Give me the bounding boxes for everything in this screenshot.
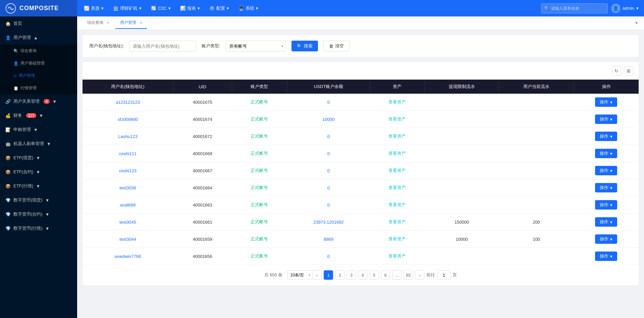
cell-username-6[interactable]: andi689 (83, 196, 173, 214)
username-link-8[interactable]: test3044 (119, 237, 136, 242)
sidebar-item-user-basic[interactable]: 👤 用户基础管理 (0, 57, 77, 70)
nav-search-input[interactable] (551, 6, 605, 11)
cell-assets-2[interactable]: 查看资产 (370, 128, 425, 145)
page-btn-3[interactable]: 3 (346, 270, 356, 280)
nav-item-system[interactable]: 🖥️ 系统 ▾ (234, 3, 262, 13)
cell-usdt-6[interactable]: 0 (287, 196, 370, 214)
cell-usdt-0[interactable]: 0 (287, 94, 370, 111)
cell-usdt-1[interactable]: 10000 (287, 111, 370, 128)
usdt-value-8[interactable]: 8869 (324, 237, 333, 242)
cell-action-2[interactable]: 操作 ▾ (574, 128, 639, 145)
cell-usdt-2[interactable]: 0 (287, 128, 370, 145)
username-link-3[interactable]: ceshi111 (119, 151, 137, 156)
assets-link-5[interactable]: 查看资产 (388, 185, 406, 190)
sidebar-item-purchase[interactable]: 📝 申购管理 ▼ (0, 123, 77, 137)
nav-item-mining[interactable]: 🏦 理财矿机 ▾ (109, 3, 146, 13)
usdt-value-3[interactable]: 0 (327, 151, 330, 156)
cell-action-9[interactable]: 操作 ▾ (574, 248, 639, 265)
tab-comprehensive-close[interactable]: ✕ (107, 21, 109, 25)
action-button-4[interactable]: 操作 ▾ (595, 166, 617, 175)
username-filter-input[interactable] (129, 41, 196, 51)
per-page-select[interactable]: 10条/页 20条/页 50条/页 100条/页 (287, 270, 313, 280)
cell-assets-3[interactable]: 查看资产 (370, 145, 425, 162)
cell-action-7[interactable]: 操作 ▾ (574, 214, 639, 231)
sidebar-group-user-header[interactable]: 👤 用户管理 ▲ (0, 31, 77, 45)
sidebar-item-etf-spot[interactable]: 📦 ETF(现货) ▼ (0, 151, 77, 165)
cell-action-5[interactable]: 操作 ▾ (574, 179, 639, 196)
cell-assets-4[interactable]: 查看资产 (370, 162, 425, 179)
cell-assets-5[interactable]: 查看资产 (370, 179, 425, 196)
action-button-3[interactable]: 操作 ▾ (595, 149, 617, 158)
usdt-value-2[interactable]: 0 (327, 134, 330, 139)
cell-action-8[interactable]: 操作 ▾ (574, 231, 639, 248)
nav-item-stocks[interactable]: 📈 美股 ▾ (80, 3, 108, 13)
cell-assets-8[interactable]: 查看资产 (370, 231, 425, 248)
cell-action-0[interactable]: 操作 ▾ (574, 94, 639, 111)
action-button-7[interactable]: 操作 ▾ (595, 217, 617, 227)
page-btn-4[interactable]: 4 (358, 270, 367, 280)
assets-link-8[interactable]: 查看资产 (388, 236, 406, 241)
sidebar-item-finance[interactable]: 💰 财务 127 ▼ (0, 108, 77, 123)
usdt-value-7[interactable]: 23973.1201682 (313, 220, 343, 225)
cell-action-4[interactable]: 操作 ▾ (574, 162, 639, 179)
cell-username-3[interactable]: ceshi111 (83, 145, 173, 162)
nav-item-c2c[interactable]: 🔄 C2C ▾ (147, 4, 175, 13)
action-button-5[interactable]: 操作 ▾ (595, 183, 617, 192)
cell-assets-9[interactable]: 查看资产 (370, 248, 425, 265)
prev-page-btn[interactable]: ‹ (312, 270, 322, 280)
action-button-1[interactable]: 操作 ▾ (595, 115, 617, 124)
cell-usdt-9[interactable]: 0 (287, 248, 370, 265)
assets-link-3[interactable]: 查看资产 (388, 151, 406, 156)
action-button-9[interactable]: 操作 ▾ (595, 252, 617, 261)
action-button-2[interactable]: 操作 ▾ (595, 132, 617, 141)
cell-usdt-4[interactable]: 0 (287, 162, 370, 179)
cell-username-8[interactable]: test3044 (83, 231, 173, 248)
action-button-0[interactable]: 操作 ▾ (595, 97, 617, 107)
usdt-value-1[interactable]: 10000 (322, 117, 334, 122)
column-settings-button[interactable]: ⊞ (624, 66, 633, 76)
assets-link-9[interactable]: 查看资产 (388, 254, 406, 259)
cell-username-0[interactable]: a123123123 (83, 94, 173, 111)
cell-username-1[interactable]: sfz009900 (83, 111, 173, 128)
page-btn-5[interactable]: 5 (369, 270, 379, 280)
assets-link-4[interactable]: 查看资产 (388, 168, 406, 173)
cell-action-3[interactable]: 操作 ▾ (574, 145, 639, 162)
cell-username-9[interactable]: wxedwin7788 (83, 248, 173, 265)
sidebar-item-crypto-market[interactable]: 💎 数字货币(行情) ▼ (0, 221, 77, 235)
sidebar-item-comprehensive[interactable]: 🔍 综合查询 (0, 45, 77, 57)
refresh-button[interactable]: ↻ (612, 66, 621, 76)
assets-link-1[interactable]: 查看资产 (388, 117, 406, 122)
cell-username-2[interactable]: Laohu123 (83, 128, 173, 145)
nav-search-box[interactable]: 🔍 (541, 3, 608, 13)
assets-link-6[interactable]: 查看资产 (388, 202, 406, 207)
cell-action-6[interactable]: 操作 ▾ (574, 196, 639, 214)
page-btn-1[interactable]: 1 (324, 270, 333, 280)
sidebar-item-user-mgmt-sub[interactable]: ⊙ 用户管理 (0, 70, 77, 82)
cell-usdt-5[interactable]: 0 (287, 179, 370, 196)
tab-comprehensive[interactable]: 综合查询 ✕ (83, 17, 114, 29)
cell-usdt-7[interactable]: 23973.1201682 (287, 214, 370, 231)
sidebar-item-etf-futures[interactable]: 📦 ETF(合约) ▼ (0, 165, 77, 179)
sidebar-item-crypto-spot[interactable]: 💎 数字货币(现货) ▼ (0, 193, 77, 207)
sidebar-item-robot[interactable]: 🤖 机器人刷单管理 ▼ (0, 137, 77, 151)
usdt-value-4[interactable]: 0 (327, 168, 330, 173)
username-link-6[interactable]: andi689 (120, 202, 136, 208)
page-btn-2[interactable]: 2 (335, 270, 344, 280)
tab-user-mgmt[interactable]: 用户管理 ✕ (115, 17, 147, 29)
sidebar-item-home[interactable]: 🏠 首页 (0, 16, 77, 31)
usdt-value-5[interactable]: 0 (327, 185, 330, 190)
tab-user-mgmt-close[interactable]: ✕ (140, 21, 142, 25)
cell-username-5[interactable]: test3036 (83, 179, 173, 196)
assets-link-7[interactable]: 查看资产 (388, 219, 406, 224)
username-link-5[interactable]: test3036 (119, 185, 136, 190)
cell-usdt-3[interactable]: 0 (287, 145, 370, 162)
cell-assets-1[interactable]: 查看资产 (370, 111, 425, 128)
username-link-4[interactable]: ceshi123 (119, 168, 137, 173)
page-btn-6[interactable]: 6 (381, 270, 390, 280)
username-link-2[interactable]: Laohu123 (118, 134, 138, 139)
page-btn-65[interactable]: 65 (404, 270, 413, 280)
assets-link-2[interactable]: 查看资产 (388, 134, 406, 139)
usdt-value-6[interactable]: 0 (327, 202, 330, 208)
cell-assets-7[interactable]: 查看资产 (370, 214, 425, 231)
cell-action-1[interactable]: 操作 ▾ (574, 111, 639, 128)
